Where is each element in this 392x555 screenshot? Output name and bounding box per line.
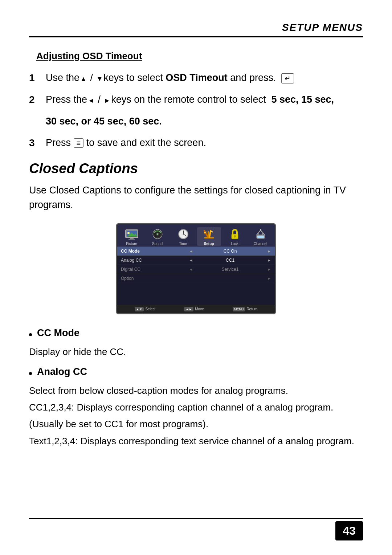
channel-icon-label: Channel (254, 242, 267, 246)
step-1: 1 Use the▲ / ▼keys to select OSD Timeout… (29, 70, 363, 86)
sound-icon-label: Sound (152, 242, 163, 246)
menu-icons-row: Picture Sound (117, 224, 275, 247)
page-number: 43 (335, 521, 363, 540)
svg-point-28 (260, 229, 261, 230)
tv-menu-container: Picture Sound (29, 223, 363, 314)
header-divider (29, 36, 363, 37)
step-1-text: Use the▲ / ▼keys to select OSD Timeout a… (46, 70, 294, 85)
lock-icon-label: Lock (231, 242, 238, 246)
menu-icon-lock[interactable]: Lock (223, 227, 247, 246)
bottom-return: MENU Return (233, 307, 258, 311)
analog-cc-bullet-heading: Analog CC (37, 366, 87, 378)
analog-cc-label: Analog CC (121, 258, 189, 263)
osd-section-heading: Adjusting OSD Timeout (36, 50, 363, 62)
analog-cc-arrow-right: ► (267, 258, 271, 262)
lock-icon (227, 227, 243, 241)
menu-icon-picture[interactable]: Picture (120, 227, 144, 246)
digital-cc-arrow-right: ► (267, 267, 271, 272)
analog-cc-arrow-left: ◄ (189, 258, 193, 262)
cc-mode-bullet-section: CC Mode Display or hide the CC. (29, 327, 363, 359)
setup-icon (201, 227, 217, 241)
digital-cc-arrow-left: ◄ (189, 267, 193, 272)
step-2: 2 Press the◄ / ►keys on the remote contr… (29, 92, 363, 107)
analog-cc-text2: CC1,2,3,4: Displays corresponding captio… (29, 400, 363, 415)
move-btn: ◄► (184, 307, 193, 311)
cc-mode-bullet-heading: CC Mode (37, 327, 79, 339)
sound-icon (150, 227, 166, 241)
menu-icon-setup[interactable]: Setup (197, 227, 221, 246)
svg-rect-3 (128, 239, 135, 240)
menu-row-digital-cc: Digital CC ◄ Service1 ► (117, 265, 275, 274)
svg-rect-2 (130, 238, 134, 239)
cc-mode-value: CC On (196, 249, 264, 254)
analog-cc-bullet-dot (29, 372, 32, 375)
header-section: SETUP MENUS (29, 22, 363, 33)
svg-rect-20 (208, 231, 209, 238)
svg-rect-17 (208, 229, 211, 237)
cc-mode-bullet-text: Display or hide the CC. (29, 344, 363, 359)
analog-cc-bullet-section: Analog CC Select from below closed-capti… (29, 366, 363, 448)
select-label: Select (145, 307, 155, 311)
svg-rect-23 (234, 236, 235, 238)
analog-cc-text4: Text1,2,3,4: Displays corresponding text… (29, 434, 363, 448)
digital-cc-label: Digital CC (121, 267, 189, 272)
step-2-text: Press the◄ / ►keys on the remote control… (46, 92, 334, 107)
step-3-number: 3 (29, 135, 42, 151)
analog-cc-value: CC1 (196, 258, 264, 263)
svg-point-4 (127, 232, 130, 234)
digital-cc-value: Service1 (196, 267, 264, 272)
bottom-select: ▲▼ Select (135, 307, 156, 311)
time-icon (175, 227, 191, 241)
menu-row-analog-cc: Analog CC ◄ CC1 ► (117, 256, 275, 265)
menu-empty-space (117, 283, 275, 305)
menu-icon-time[interactable]: Time (171, 227, 195, 246)
channel-icon (253, 227, 269, 241)
step-2-indent: 30 sec, or 45 sec, 60 sec. (46, 114, 363, 129)
move-label: Move (195, 307, 204, 311)
cc-intro: Use Closed Captions to configure the set… (29, 183, 363, 212)
cc-mode-bullet-dot (29, 333, 32, 336)
time-icon-label: Time (179, 242, 187, 246)
analog-cc-text3: (Usually be set to CC1 for most programs… (29, 417, 363, 431)
svg-point-9 (157, 233, 158, 235)
bottom-move: ◄► Move (184, 307, 204, 311)
option-arrow-right: ► (267, 276, 271, 281)
option-label: Option (121, 276, 267, 281)
menu-bottom-bar: ▲▼ Select ◄► Move MENU Return (117, 305, 275, 313)
return-label: Return (246, 307, 257, 311)
menu-row-cc-mode: CC Mode ◄ CC On ► (117, 247, 275, 256)
menu-icon-channel[interactable]: Channel (249, 227, 273, 246)
step-2-number: 2 (29, 92, 42, 107)
svg-rect-25 (257, 236, 264, 238)
step-3: 3 Press ≡ to save and exit the screen. (29, 135, 363, 151)
header-title: SETUP MENUS (282, 22, 363, 33)
tv-menu: Picture Sound (116, 223, 276, 314)
picture-icon-label: Picture (126, 242, 137, 246)
setup-icon-label: Setup (204, 242, 214, 246)
picture-icon (124, 227, 140, 241)
return-btn: MENU (233, 307, 245, 311)
cc-mode-label: CC Mode (121, 249, 189, 254)
svg-point-14 (183, 233, 184, 234)
step-1-number: 1 (29, 70, 42, 86)
cc-mode-arrow-right: ► (267, 249, 271, 253)
select-btn: ▲▼ (135, 307, 144, 311)
analog-cc-text1: Select from below closed-caption modes f… (29, 383, 363, 398)
step-3-text: Press ≡ to save and exit the screen. (46, 135, 206, 150)
menu-icon-sound[interactable]: Sound (146, 227, 170, 246)
cc-mode-arrow-left: ◄ (189, 249, 193, 253)
bottom-line (29, 518, 363, 519)
cc-heading: Closed Captions (29, 161, 363, 176)
menu-row-option: Option ► (117, 274, 275, 283)
